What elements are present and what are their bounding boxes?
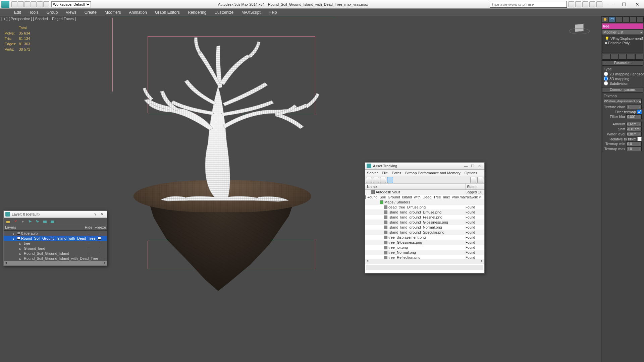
object-name-field[interactable]: tree (602, 23, 643, 29)
spinner-shift[interactable]: Shift-0.01cm (604, 127, 642, 131)
delete-layer-icon[interactable]: ✕ (13, 219, 18, 224)
make-unique-icon[interactable] (619, 54, 627, 60)
menu-edit[interactable]: Edit (10, 9, 25, 16)
asset-row[interactable]: Island_land_ground_Glossiness.pngFound (365, 220, 484, 225)
asset-col-status[interactable]: Status (466, 184, 484, 189)
maximize-button[interactable]: ☐ (617, 1, 631, 8)
asset-row[interactable]: tree_Normal.pngFound (365, 250, 484, 255)
menu-modifiers[interactable]: Modifiers (101, 9, 125, 16)
rollout-common-header[interactable]: Common params (602, 87, 643, 93)
spinner-amount[interactable]: Amount0.6cm (604, 122, 642, 126)
asset-menu-bitmap-performance-and-memory[interactable]: Bitmap Performance and Memory (405, 171, 460, 175)
relative-bbox-checkbox[interactable]: Relative to bbox (604, 137, 642, 141)
spinner-texmap-min[interactable]: Texmap min0.0 (604, 141, 642, 146)
asset-close-button[interactable]: ✕ (476, 164, 483, 168)
asset-row[interactable]: Island_land_ground_Specular.pngFound (365, 230, 484, 235)
asset-col-name[interactable]: Name (365, 184, 466, 189)
menu-animation[interactable]: Animation (125, 9, 151, 16)
spinner-texture-chan[interactable]: Texture chan1 (604, 105, 642, 109)
layer-close-button[interactable]: ✕ (99, 212, 105, 217)
filter-texmap-checkbox[interactable]: Filter texmap (604, 110, 642, 114)
menu-create[interactable]: Create (80, 9, 101, 16)
rollout-parameters-header[interactable]: Parameters (602, 60, 643, 66)
show-end-result-icon[interactable] (610, 54, 619, 60)
link-icon[interactable] (43, 1, 49, 7)
menu-customize[interactable]: Customize (210, 9, 237, 16)
new-file-icon[interactable] (11, 1, 17, 7)
pin-stack-icon[interactable] (602, 54, 610, 60)
texmap-button[interactable]: #55 (tree_displasement.png) (604, 99, 642, 104)
tab-motion[interactable] (623, 16, 630, 22)
asset-settings-icon[interactable] (477, 177, 483, 183)
menu-maxscript[interactable]: MAXScript (237, 9, 265, 16)
subscription-icon[interactable] (575, 1, 581, 7)
viewcube[interactable] (568, 21, 591, 35)
asset-dialog-titlebar[interactable]: Asset Tracking — ☐ ✕ (365, 163, 484, 170)
layer-row[interactable]: ▸Round_Soil_Ground_Island–– (4, 251, 107, 256)
app-icon[interactable] (1, 1, 9, 8)
viewport-label[interactable]: [ + ] [ Perspective ] [ Shaded + Edged F… (1, 17, 76, 21)
asset-help-icon[interactable] (470, 177, 476, 183)
undo-icon[interactable] (31, 1, 37, 7)
freeze-layer-icon[interactable] (50, 219, 55, 224)
layer-hscrollbar[interactable] (4, 261, 107, 265)
stack-item[interactable]: ■ Editable Poly (604, 41, 642, 45)
layer-row[interactable]: ▸0 (default)–– (4, 231, 107, 236)
tab-hierarchy[interactable] (616, 16, 623, 22)
type-radio[interactable]: 3D mapping (604, 76, 642, 81)
asset-menu-paths[interactable]: Paths (392, 171, 401, 175)
asset-view-tree-icon[interactable] (380, 177, 386, 183)
highlight-layer-icon[interactable] (35, 219, 40, 224)
menu-graph-editors[interactable]: Graph Editors (151, 9, 184, 16)
new-layer-icon[interactable] (5, 219, 11, 224)
spinner-texmap-max[interactable]: Texmap max1.0 (604, 146, 642, 151)
asset-row[interactable]: tree_Glossiness.pngFound (365, 240, 484, 245)
stack-item[interactable]: 💡 VRayDisplacementMod (604, 37, 642, 41)
menu-group[interactable]: Group (43, 9, 62, 16)
help-icon[interactable] (596, 1, 602, 7)
asset-row[interactable]: Island_land_ground_Diffuse.pngFound (365, 210, 484, 215)
modifier-stack[interactable]: 💡 VRayDisplacementMod ■ Editable Poly (602, 36, 643, 53)
asset-minimize-button[interactable]: — (463, 164, 469, 168)
layer-row[interactable]: ▸Round_Soil_Ground_Island_with_Dead_Tree… (4, 236, 107, 241)
layer-col-freeze[interactable]: Freeze (94, 225, 107, 230)
asset-row[interactable]: Maps / Shaders (365, 200, 484, 205)
layer-col-name[interactable]: Layers (4, 225, 84, 230)
asset-row[interactable]: dead_tree_Diffuse.pngFound (365, 205, 484, 210)
workspace-selector[interactable]: Workspace: Default (51, 1, 96, 7)
hide-layer-icon[interactable] (42, 219, 48, 224)
exchange-icon[interactable] (582, 1, 588, 7)
configure-sets-icon[interactable] (635, 54, 643, 60)
menu-help[interactable]: Help (265, 9, 281, 16)
close-button[interactable]: ✕ (631, 1, 644, 8)
asset-row[interactable]: Autodesk VaultLogged Ou (365, 190, 484, 195)
asset-menu-options[interactable]: Options (465, 171, 477, 175)
layer-manager-dialog[interactable]: Layer: 0 (default) ? ✕ ✕ + Layers Hide F… (3, 210, 107, 266)
tab-display[interactable] (630, 16, 637, 22)
asset-tracking-dialog[interactable]: Asset Tracking — ☐ ✕ ServerFilePathsBitm… (365, 162, 485, 274)
asset-menu-file[interactable]: File (382, 171, 388, 175)
asset-hscrollbar[interactable] (365, 259, 484, 264)
layer-row[interactable]: ▸tree–– (4, 241, 107, 246)
asset-row[interactable]: tree_ior.pngFound (365, 245, 484, 250)
viewport-perspective[interactable]: [ + ] [ Perspective ] [ Shaded + Edged F… (0, 16, 601, 362)
tab-utilities[interactable] (637, 16, 644, 22)
menu-rendering[interactable]: Rendering (184, 9, 210, 16)
asset-refresh-icon[interactable] (366, 177, 372, 183)
asset-view-list-icon[interactable] (373, 177, 379, 183)
menu-views[interactable]: Views (62, 9, 80, 16)
spinner-filter-blur[interactable]: Filter blur0.001 (604, 114, 642, 119)
redo-icon[interactable] (37, 1, 43, 7)
layer-row[interactable]: ▸Round_Soil_Ground_Island_with_Dead_Tree… (4, 256, 107, 261)
open-file-icon[interactable] (18, 1, 24, 7)
asset-maximize-button[interactable]: ☐ (469, 164, 476, 168)
add-to-layer-icon[interactable]: + (20, 219, 25, 224)
infocenter-icon[interactable] (568, 1, 574, 7)
remove-modifier-icon[interactable] (627, 54, 635, 60)
save-file-icon[interactable] (24, 1, 30, 7)
menu-tools[interactable]: Tools (25, 9, 43, 16)
asset-view-table-icon[interactable] (387, 177, 393, 183)
favorites-icon[interactable] (589, 1, 595, 7)
asset-menu-server[interactable]: Server (367, 171, 378, 175)
minimize-button[interactable]: — (604, 1, 617, 8)
